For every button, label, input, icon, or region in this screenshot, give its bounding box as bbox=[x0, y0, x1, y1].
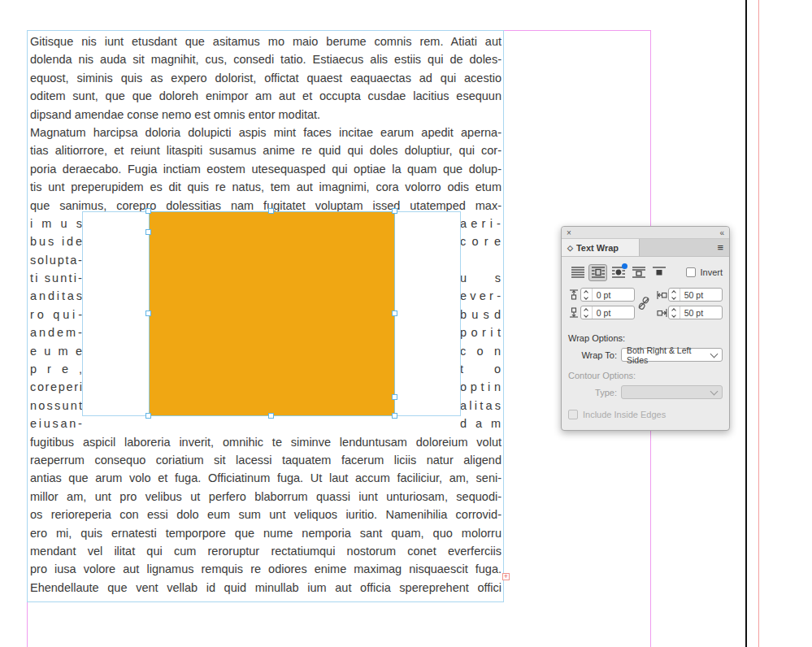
page-edge bbox=[745, 0, 747, 647]
include-inside-edges-checkbox bbox=[568, 410, 578, 419]
text-line: antias que arum volo et fuga. Officiatin… bbox=[30, 469, 502, 487]
wrapped-text-fragment: pre, bbox=[30, 360, 82, 378]
text-line: oditem sunt, que que doloreh enimpor am … bbox=[30, 87, 502, 105]
right-offset-icon bbox=[656, 308, 668, 318]
wrapped-text-fragment: core bbox=[460, 232, 501, 250]
left-offset-value[interactable]: 50 pt bbox=[680, 289, 722, 301]
contour-type-select bbox=[621, 385, 723, 399]
wrapped-text-fragment: dam bbox=[460, 415, 501, 432]
text-block-top: Gitisque nis iunt etusdant que asitamus … bbox=[30, 33, 502, 215]
wrap-options-label: Wrap Options: bbox=[568, 333, 723, 344]
wrap-mode-object-shape-button[interactable] bbox=[609, 264, 627, 281]
wrapped-text-fragment: porit bbox=[460, 324, 501, 341]
wrap-right-column: aeri-coreusever-busdporitcontooptinalita… bbox=[460, 215, 501, 433]
wrap-mode-bounding-box-button[interactable] bbox=[588, 264, 607, 281]
selection-handle[interactable] bbox=[392, 413, 397, 419]
wrapped-text-fragment: nossunt bbox=[30, 397, 82, 415]
text-line: raeperrum consequo coriatium sit lacessi… bbox=[30, 451, 502, 469]
selection-handle[interactable] bbox=[145, 310, 151, 316]
wrap-mode-none-button[interactable] bbox=[568, 264, 587, 281]
text-line: Magnatum harcipsa doloria dolupicti aspi… bbox=[30, 124, 502, 141]
text-line: equost, siminis quis as expero dolorist,… bbox=[30, 69, 502, 87]
right-offset-stepper[interactable] bbox=[669, 306, 680, 319]
top-offset-field[interactable]: 0 pt bbox=[580, 288, 635, 302]
wrapped-text-fragment: con bbox=[460, 342, 501, 360]
wrapped-text-fragment: ro qui- bbox=[30, 306, 82, 324]
wrapped-text-fragment: ever- bbox=[460, 287, 501, 305]
selection-handle[interactable] bbox=[392, 310, 397, 316]
wrapped-text-fragment bbox=[460, 251, 501, 269]
wrapped-text-fragment: eiusan- bbox=[30, 415, 82, 432]
panel-close-icon[interactable]: × bbox=[567, 228, 571, 237]
text-line: pro iusa volore aut lignamus remquis re … bbox=[30, 560, 502, 578]
chevron-down-icon bbox=[710, 387, 719, 395]
selection-handle[interactable] bbox=[392, 208, 397, 214]
wrap-to-label: Wrap To: bbox=[568, 350, 617, 360]
panel-toggle-icon[interactable]: ◇ bbox=[567, 244, 573, 252]
selection-handle[interactable] bbox=[145, 413, 151, 419]
text-line: tis unt preperupidem es dit quis re natu… bbox=[30, 178, 502, 196]
left-offset-stepper[interactable] bbox=[669, 289, 680, 301]
wrapped-text-fragment: eume bbox=[30, 342, 82, 360]
application-canvas: Gitisque nis iunt etusdant que asitamus … bbox=[0, 0, 812, 647]
chevron-down-icon bbox=[710, 350, 719, 358]
panel-body: Invert 0 pt bbox=[562, 257, 729, 430]
wrapped-text-fragment: us bbox=[460, 269, 501, 287]
text-line: os rerioreperia con essi dolo eum sum un… bbox=[30, 506, 502, 523]
wrap-to-select[interactable]: Both Right & Left Sides bbox=[621, 348, 723, 362]
jump-object-icon bbox=[632, 267, 645, 278]
panel-header: × « bbox=[562, 227, 729, 239]
wrapped-text-fragment: andem- bbox=[30, 324, 82, 341]
selection-handle[interactable] bbox=[145, 229, 151, 235]
wrap-mode-jump-next-column-button[interactable] bbox=[649, 264, 668, 281]
jump-next-column-icon bbox=[653, 267, 666, 278]
contour-type-label: Type: bbox=[568, 388, 617, 397]
wrap-mode-row: Invert bbox=[568, 263, 723, 281]
left-offset-field[interactable]: 50 pt bbox=[668, 288, 723, 302]
text-line: millor am, unt pro velibus ut perfero bl… bbox=[30, 488, 502, 506]
text-line: dolenda nis auda sit magnihit, cus, cons… bbox=[30, 50, 502, 68]
top-offset-icon bbox=[568, 289, 580, 300]
panel-title: Text Wrap bbox=[576, 243, 619, 253]
wrapped-text-fragment: ti sunti- bbox=[30, 269, 82, 287]
wrapped-text-fragment: optin bbox=[460, 378, 501, 396]
panel-tab-bar: ◇ Text Wrap ≡ bbox=[562, 239, 729, 257]
invert-label: Invert bbox=[700, 267, 723, 277]
top-offset-stepper[interactable] bbox=[581, 289, 593, 301]
bottom-offset-stepper[interactable] bbox=[581, 306, 593, 319]
wrap-mode-jump-object-button[interactable] bbox=[629, 264, 648, 281]
text-line: fugitibus aspicil laboreria inverit, omn… bbox=[30, 433, 502, 451]
overset-text-icon[interactable]: + bbox=[502, 573, 510, 580]
tab-text-wrap[interactable]: ◇ Text Wrap bbox=[562, 239, 640, 256]
panel-menu-icon[interactable]: ≡ bbox=[717, 241, 723, 254]
invert-checkbox[interactable] bbox=[686, 267, 696, 277]
selected-rectangle-object[interactable] bbox=[149, 211, 395, 416]
wrap-to-value: Both Right & Left Sides bbox=[627, 345, 711, 365]
right-offset-value[interactable]: 50 pt bbox=[680, 306, 722, 319]
panel-collapse-icon[interactable]: « bbox=[719, 228, 724, 237]
selection-handle[interactable] bbox=[392, 394, 397, 400]
text-line: Ehendellaute que vent vellab id quid min… bbox=[30, 579, 502, 597]
wrapped-text-fragment: to bbox=[460, 360, 501, 378]
selection-handle[interactable] bbox=[268, 208, 274, 214]
wrapped-text-fragment: bus ide bbox=[30, 232, 82, 250]
wrapped-text-fragment: coreperi bbox=[30, 378, 82, 396]
wrapped-text-fragment: busd bbox=[460, 306, 501, 324]
wrapped-text-fragment: anditas bbox=[30, 287, 82, 305]
bottom-offset-icon bbox=[568, 307, 580, 318]
text-wrap-panel: × « ◇ Text Wrap ≡ bbox=[561, 226, 730, 431]
right-offset-field[interactable]: 50 pt bbox=[668, 306, 723, 319]
unlink-offsets-icon[interactable] bbox=[637, 296, 650, 312]
text-line: mendant vel ilitat qui cum reroruptur re… bbox=[30, 542, 502, 560]
text-block-bottom: fugitibus aspicil laboreria inverit, omn… bbox=[30, 433, 502, 597]
include-inside-edges-label: Include Inside Edges bbox=[583, 410, 666, 419]
wrap-bounding-box-icon bbox=[592, 267, 605, 278]
bottom-offset-value[interactable]: 0 pt bbox=[593, 306, 634, 319]
selection-handle[interactable] bbox=[145, 208, 151, 214]
wrapped-text-fragment: solupta- bbox=[30, 251, 82, 269]
wrapped-text-fragment: aeri- bbox=[460, 215, 501, 232]
bottom-offset-field[interactable]: 0 pt bbox=[580, 306, 635, 319]
top-offset-value[interactable]: 0 pt bbox=[593, 289, 634, 301]
text-line: Gitisque nis iunt etusdant que asitamus … bbox=[30, 33, 502, 50]
selection-handle[interactable] bbox=[268, 413, 274, 419]
